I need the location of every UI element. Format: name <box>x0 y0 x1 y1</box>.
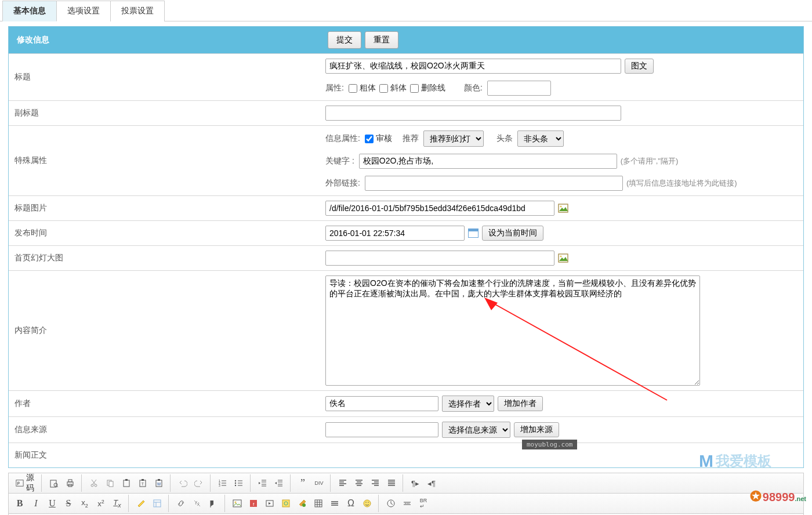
emoji-icon[interactable] <box>360 496 375 511</box>
title-image-input[interactable] <box>325 201 554 216</box>
source-button[interactable]: 源码 <box>12 476 38 491</box>
italic-checkbox[interactable]: 斜体 <box>379 83 407 93</box>
keyword-input[interactable] <box>359 154 617 169</box>
title-input[interactable] <box>325 59 621 74</box>
infoattr-label: 信息属性: <box>325 133 360 144</box>
author-input[interactable] <box>325 396 438 411</box>
audit-checkbox[interactable]: 审核 <box>365 133 392 144</box>
recommend-select[interactable]: 推荐到幻灯 <box>423 130 484 147</box>
reset-button[interactable]: 重置 <box>365 31 398 49</box>
bullet-list-icon[interactable] <box>231 476 246 491</box>
tab-vote-settings[interactable]: 投票设置 <box>111 1 165 21</box>
bold-checkbox[interactable]: 粗体 <box>349 83 376 93</box>
rtl-icon[interactable]: ◂¶ <box>424 476 439 491</box>
special-char-icon[interactable]: Ω <box>343 496 358 511</box>
attachment-icon[interactable] <box>295 496 310 511</box>
tab-basic-info[interactable]: 基本信息 <box>2 1 57 21</box>
align-justify-icon[interactable] <box>384 476 399 491</box>
flash-icon[interactable]: f <box>246 496 261 511</box>
recommend-label: 推荐 <box>403 133 419 144</box>
svg-rect-15 <box>109 481 113 487</box>
row-summary: 内容简介 <box>9 270 803 390</box>
hr-icon[interactable] <box>327 496 342 511</box>
home-slide-input[interactable] <box>325 251 554 266</box>
ltr-icon[interactable]: ¶▸ <box>408 476 423 491</box>
imgtext-button[interactable]: 图文 <box>625 59 654 74</box>
image-picker-icon[interactable] <box>558 253 568 263</box>
cut-icon[interactable] <box>86 476 102 491</box>
link-icon[interactable] <box>173 496 188 511</box>
pagebreak-icon[interactable] <box>400 496 415 511</box>
anchor-icon[interactable] <box>206 496 221 511</box>
paste-word-icon[interactable]: W <box>151 476 166 491</box>
superscript-icon[interactable]: x2 <box>93 496 108 511</box>
copy-icon[interactable] <box>103 476 118 491</box>
paste-text-icon[interactable]: T <box>135 476 150 491</box>
template-icon[interactable] <box>150 496 165 511</box>
align-right-icon[interactable] <box>368 476 383 491</box>
row-title: 标题 图文 属性: 粗体 斜体 删除线 颜色: <box>9 53 803 100</box>
subtitle-input[interactable] <box>325 106 621 121</box>
strike-checkbox[interactable]: 删除线 <box>410 83 445 93</box>
subscript-icon[interactable]: x2 <box>77 496 92 511</box>
unlink-icon[interactable] <box>190 496 205 511</box>
undo-icon[interactable] <box>175 476 190 491</box>
submit-button[interactable]: 提交 <box>328 31 361 49</box>
color-input[interactable] <box>487 81 551 96</box>
outdent-icon[interactable] <box>255 476 270 491</box>
row-publish-time: 发布时间 设为当前时间 <box>9 220 803 245</box>
author-select[interactable]: 选择作者 <box>442 396 494 412</box>
summary-textarea[interactable] <box>325 275 700 386</box>
strike-icon[interactable]: S <box>61 496 76 511</box>
source-input[interactable] <box>325 422 438 437</box>
div-icon[interactable]: DIV <box>311 476 327 491</box>
add-author-button[interactable]: 增加作者 <box>498 396 543 411</box>
insert-image-icon[interactable] <box>230 496 245 511</box>
extlink-input[interactable] <box>365 176 623 191</box>
align-left-icon[interactable] <box>335 476 350 491</box>
set-now-button[interactable]: 设为当前时间 <box>482 226 543 241</box>
calendar-icon[interactable] <box>468 229 478 238</box>
toolbar-row-1: 源码 T W 123 ” DIV <box>9 473 803 494</box>
svg-text:3: 3 <box>219 484 220 487</box>
label-home-slide: 首页幻灯大图 <box>9 246 322 270</box>
svg-point-27 <box>235 480 236 481</box>
underline-icon[interactable]: U <box>45 496 60 511</box>
remove-format-icon[interactable]: Tx <box>110 496 125 511</box>
headline-label: 头条 <box>496 133 513 144</box>
highlight-icon[interactable] <box>133 496 148 511</box>
watermark-moyu: moyublog.com <box>522 440 577 449</box>
source-select[interactable]: 选择信息来源 <box>442 422 510 438</box>
iframe-icon[interactable] <box>278 496 293 511</box>
strike-label: 删除线 <box>421 83 445 93</box>
redo-icon[interactable] <box>191 476 206 491</box>
time-icon[interactable] <box>383 496 398 511</box>
publish-time-input[interactable] <box>325 226 465 241</box>
print-icon[interactable] <box>63 476 78 491</box>
svg-point-29 <box>235 485 236 486</box>
align-center-icon[interactable] <box>351 476 367 491</box>
br-icon[interactable]: BR↵ <box>416 496 431 511</box>
italic-icon[interactable]: I <box>28 496 44 511</box>
indent-icon[interactable] <box>271 476 287 491</box>
table-icon[interactable] <box>311 496 326 511</box>
numbered-list-icon[interactable]: 123 <box>215 476 230 491</box>
svg-point-28 <box>235 483 236 484</box>
add-source-button[interactable]: 增加来源 <box>514 422 559 437</box>
svg-rect-19 <box>142 479 144 481</box>
label-title: 标题 <box>9 54 322 100</box>
bold-icon[interactable]: B <box>12 496 27 511</box>
paste-icon[interactable] <box>119 476 134 491</box>
italic-label: 斜体 <box>390 83 407 93</box>
label-publish-time: 发布时间 <box>9 221 322 245</box>
preview-icon[interactable] <box>46 476 61 491</box>
tab-option-settings[interactable]: 选项设置 <box>57 1 111 21</box>
headline-select[interactable]: 非头条 <box>517 130 564 147</box>
image-picker-icon[interactable] <box>558 204 568 213</box>
media-icon[interactable] <box>262 496 277 511</box>
svg-rect-6 <box>16 480 23 487</box>
svg-text:W: W <box>157 482 161 486</box>
watermark-98999: ✪98999.net <box>750 488 806 505</box>
blockquote-icon[interactable]: ” <box>295 476 310 491</box>
keyword-label: 关键字 : <box>325 156 354 166</box>
